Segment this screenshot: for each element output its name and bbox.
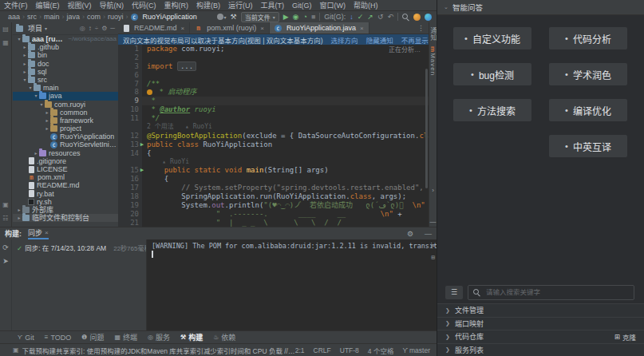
breadcrumb-item[interactable]: aaa: [6, 13, 22, 21]
code-line[interactable]: 9 *: [118, 97, 429, 105]
soft-wrap-icon[interactable]: ≡: [431, 241, 435, 250]
chevron-collapsed-icon[interactable]: ▸: [16, 214, 22, 222]
code-line[interactable]: 18 SpringApplication.run(RuoYiApplicatio…: [118, 192, 429, 201]
menu-item[interactable]: 编辑(E): [32, 0, 64, 10]
search-everywhere-icon[interactable]: [402, 14, 409, 21]
structure-tool-icon[interactable]: ▦: [2, 39, 9, 46]
minimize-stripe-icon[interactable]: —: [430, 218, 437, 225]
notifications-icon[interactable]: [413, 14, 421, 21]
collapse-stripe-icon[interactable]: ›: [432, 187, 434, 194]
ai-section-文件管理[interactable]: ❯文件管理: [437, 303, 644, 317]
run-config-select[interactable]: 当前文件▾: [241, 12, 279, 22]
editor-tab[interactable]: README.md×: [118, 22, 190, 34]
tree-item[interactable]: .gitignore: [13, 157, 118, 165]
status-message[interactable]: 下载预构建共享索引: 使用预构建的JDK和Maven 库共享索引减少索引时间和 …: [22, 346, 295, 355]
clone-button[interactable]: ⊞克隆: [614, 332, 636, 342]
code-line[interactable]: 16 {: [118, 175, 429, 184]
code-editor[interactable]: 正在分析… 1package com.ruoyi;23import ...67/…: [118, 45, 429, 227]
collapse-all-icon[interactable]: ÷: [95, 25, 98, 32]
breadcrumb-item[interactable]: java: [65, 13, 82, 21]
history-icon[interactable]: ↺: [377, 13, 384, 21]
tool-window-button-问题[interactable]: ❶问题: [81, 332, 104, 342]
menu-item[interactable]: 构建(B): [192, 0, 224, 10]
run-gutter-icon[interactable]: ▶: [140, 166, 144, 175]
chevron-collapsed-icon[interactable]: ▸: [22, 60, 28, 68]
tree-item[interactable]: ▾main: [13, 84, 118, 92]
chevron-collapsed-icon[interactable]: ▸: [22, 51, 28, 59]
status-segment[interactable]: 4 个空格: [368, 346, 394, 355]
settings-icon[interactable]: ⚙: [101, 25, 107, 32]
chevron-expanded-icon[interactable]: ▾: [16, 35, 22, 43]
debug-icon[interactable]: ◉: [293, 13, 299, 21]
breadcrumb-item-current[interactable]: CRuoYiApplication: [129, 13, 199, 21]
ai-section-代码仓库[interactable]: ❯代码仓库⊞克隆: [437, 330, 644, 343]
code-line[interactable]: 6: [118, 71, 429, 80]
tree-item[interactable]: ▸resources: [13, 149, 118, 157]
chevron-collapsed-icon[interactable]: ▸: [44, 117, 50, 125]
project-tool-icon[interactable]: ▤: [2, 26, 9, 33]
locate-file-icon[interactable]: ◎: [80, 25, 85, 32]
ai-action-button[interactable]: •自定义功能: [453, 27, 531, 49]
version-control-tool-icon[interactable]: ▣: [2, 201, 9, 208]
stop-icon[interactable]: ■: [311, 13, 315, 21]
tool-window-button-git[interactable]: ϒGit: [18, 334, 34, 342]
resync-icon[interactable]: ⟳: [2, 243, 9, 251]
chevron-collapsed-icon[interactable]: ▸: [33, 149, 39, 157]
git-push-icon[interactable]: ↗: [367, 13, 373, 21]
tree-item[interactable]: LICENSE: [13, 165, 118, 173]
run-gutter-icon[interactable]: ▶: [140, 140, 144, 149]
problems-tool-icon[interactable]: ☷: [2, 215, 9, 222]
ai-action-button[interactable]: •学术润色: [549, 63, 627, 85]
inlay-hint[interactable]: 2 个用法 ▴ RuoYi: [142, 123, 212, 132]
tool-window-button-依赖[interactable]: ♨依赖: [213, 332, 235, 342]
git-commit-icon[interactable]: ✓: [358, 13, 364, 21]
user-avatar[interactable]: ▾: [217, 14, 227, 20]
chevron-expanded-icon[interactable]: ▾: [27, 84, 34, 92]
code-line[interactable]: 2 个用法 ▴ RuoYi: [118, 123, 429, 132]
menu-item[interactable]: 文件(F): [0, 0, 32, 10]
tree-item[interactable]: CRuoYiServletInitializer: [13, 140, 118, 148]
tree-item[interactable]: ▸common: [13, 109, 118, 117]
tree-item[interactable]: ▾java: [13, 92, 118, 100]
banner-link[interactable]: 不再显示: [401, 37, 429, 45]
ai-action-button[interactable]: •编译优化: [549, 99, 627, 121]
menu-item[interactable]: 视图(V): [64, 0, 96, 10]
close-icon[interactable]: ×: [181, 25, 185, 32]
ai-action-button[interactable]: •代码分析: [549, 27, 627, 49]
chevron-collapsed-icon[interactable]: ▸: [44, 109, 50, 117]
code-line[interactable]: 1package com.ruoyi;: [118, 45, 429, 53]
editor-tab[interactable]: mpom.xml (ruoyi)×: [190, 22, 270, 34]
code-line[interactable]: 15▶ public static void main(String[] arg…: [118, 166, 429, 175]
menu-item[interactable]: 导航(N): [96, 0, 128, 10]
ai-section-端口映射[interactable]: ❯端口映射: [437, 317, 644, 330]
tree-item[interactable]: ▸project: [13, 125, 118, 133]
chevron-down-icon[interactable]: ⌄: [444, 4, 448, 10]
code-line[interactable]: 8 * 启动程序: [118, 88, 429, 97]
code-line[interactable]: 17 // System.setProperty("spring.devtool…: [118, 184, 429, 192]
tree-item[interactable]: ry.sh: [13, 198, 118, 206]
code-line[interactable]: 14{: [118, 149, 429, 158]
rollback-icon[interactable]: ↶: [387, 13, 393, 21]
git-menu-label[interactable]: Git(G):: [324, 13, 346, 21]
gear-icon[interactable]: ⚙: [407, 230, 413, 238]
menu-item[interactable]: 重构(R): [160, 0, 193, 10]
chevron-collapsed-icon[interactable]: ▸: [22, 68, 28, 76]
editor-tab[interactable]: CRuoYiApplication.java×: [270, 22, 369, 34]
chevron-expanded-icon[interactable]: ▾: [38, 101, 45, 109]
tool-window-button-终端[interactable]: ▦终端: [114, 332, 137, 342]
chevron-collapsed-icon[interactable]: ▸: [16, 206, 22, 214]
tree-item[interactable]: ▾src: [13, 76, 118, 84]
search-input[interactable]: [484, 287, 629, 297]
ai-action-button[interactable]: •bug检测: [453, 63, 531, 85]
tree-item[interactable]: ▸临时文件和控制台: [13, 214, 118, 222]
chevron-expanded-icon[interactable]: ▾: [22, 76, 28, 84]
breadcrumb-item[interactable]: src: [26, 13, 38, 21]
code-line[interactable]: 12@SpringBootApplication(exclude = { Dat…: [118, 132, 429, 140]
breadcrumb-item[interactable]: com: [85, 13, 102, 21]
ai-action-button[interactable]: •方法搜索: [453, 99, 531, 121]
code-line[interactable]: 7/**: [118, 80, 429, 89]
tree-item[interactable]: ▾com.ruoyi: [13, 101, 118, 109]
intention-bulb-icon[interactable]: [147, 89, 152, 95]
git-update-icon[interactable]: ↓: [350, 13, 354, 21]
minimize-icon[interactable]: —: [425, 230, 432, 238]
